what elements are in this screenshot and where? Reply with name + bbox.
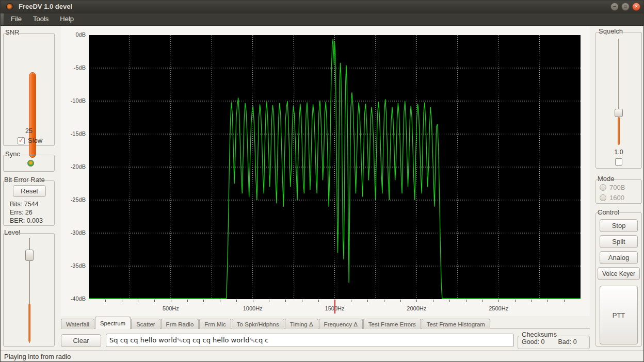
x-tick	[515, 300, 516, 302]
x-axis-label: 2000Hz	[407, 305, 426, 311]
x-axis-label: 1000Hz	[243, 305, 263, 311]
tab-frm-radio[interactable]: Frm Radio	[161, 319, 199, 329]
x-tick	[449, 300, 450, 302]
menu-bar: FileToolsHelp	[0, 13, 644, 26]
x-tick	[122, 300, 122, 302]
snr-value: 25	[4, 127, 54, 135]
squelch-value: 1.0	[596, 149, 641, 156]
x-axis-label: 2500Hz	[489, 305, 508, 311]
x-tick	[318, 300, 319, 302]
spectrum-plot	[89, 35, 581, 299]
ptt-button[interactable]: PTT	[600, 286, 638, 344]
menu-item-help[interactable]: Help	[54, 13, 79, 26]
x-tick	[269, 300, 269, 302]
x-tick	[416, 300, 417, 302]
mode-panel: 700B1600	[595, 179, 642, 204]
y-axis-label: -20dB	[61, 163, 86, 170]
level-panel	[3, 233, 55, 347]
minimize-icon: −	[613, 4, 616, 9]
plot-panel: 0dB-5dB-10dB-15dB-20dB-25dB-30dB-35dB-40…	[61, 26, 590, 316]
analog-button[interactable]: Analog	[600, 251, 638, 264]
tab-test-frame-errors[interactable]: Test Frame Errors	[363, 319, 421, 329]
voice-keyer-button[interactable]: Voice Keyer	[598, 267, 640, 280]
x-tick	[548, 300, 548, 302]
ber-panel: Reset Bits: 7544 Errs: 26 BER: 0.003	[3, 180, 55, 226]
rx-text-input[interactable]	[106, 334, 514, 347]
snr-panel: 25 ✓ Slow	[3, 33, 55, 146]
checkmark-icon: ✓	[19, 137, 24, 144]
ber-value: BER: 0.003	[10, 217, 43, 224]
control-panel: PTT StopSplitAnalogVoice Keyer	[595, 212, 642, 347]
checksum-bad: Bad: 0	[558, 338, 576, 345]
frequency-marker[interactable]	[334, 300, 335, 314]
level-slider-handle[interactable]	[25, 250, 34, 261]
squelch-checkbox[interactable]	[615, 158, 622, 166]
x-tick	[138, 300, 138, 302]
tab-waterfall[interactable]: Waterfall	[61, 319, 94, 329]
tab-frequency[interactable]: Frequency Δ	[319, 319, 363, 329]
tab-to-spkr-hdphns[interactable]: To Spkr/Hdphns	[232, 319, 284, 329]
y-axis-label: -40dB	[61, 295, 86, 302]
x-tick	[532, 300, 532, 302]
snr-gauge	[29, 72, 36, 158]
radio-label-700b: 700B	[609, 184, 625, 191]
menu-items: FileToolsHelp	[5, 13, 79, 26]
spectrum-canvas	[89, 35, 581, 299]
status-bar: Playing into from radio	[0, 350, 644, 362]
bits-value: Bits: 7544	[10, 201, 39, 208]
x-tick	[154, 300, 155, 302]
checksum-good: Good: 0	[522, 338, 544, 345]
radio-label-1600: 1600	[609, 194, 624, 202]
slow-checkbox[interactable]: ✓	[18, 137, 25, 144]
tab-frm-mic[interactable]: Frm Mic	[199, 319, 231, 329]
x-tick	[367, 300, 368, 302]
stop-button[interactable]: Stop	[600, 219, 638, 232]
squelch-panel: 1.0	[595, 32, 642, 169]
clear-button[interactable]: Clear	[61, 334, 101, 347]
maximize-button[interactable]: □	[621, 3, 630, 11]
menu-item-file[interactable]: File	[5, 13, 27, 26]
slow-checkbox-label: Slow	[28, 137, 42, 144]
title-bar: FreeDV 1.0 devel − □ ×	[0, 0, 644, 13]
y-axis-label: -25dB	[61, 196, 86, 203]
split-button[interactable]: Split	[600, 235, 638, 248]
spectrum-trace	[89, 39, 581, 299]
x-tick	[302, 300, 302, 302]
y-axis-label: -15dB	[61, 130, 86, 137]
y-axis-label: -5dB	[61, 64, 86, 71]
x-tick	[236, 300, 237, 302]
app-icon	[6, 3, 13, 10]
tab-spectrum[interactable]: Spectrum	[95, 317, 131, 329]
squelch-slider-fill	[618, 117, 620, 145]
checksums-label: Checksums	[520, 331, 558, 338]
x-tick	[285, 300, 286, 302]
tab-timing[interactable]: Timing Δ	[285, 319, 318, 329]
x-tick	[400, 300, 401, 302]
radio-1600[interactable]	[600, 194, 606, 201]
squelch-slider-handle[interactable]	[615, 109, 623, 117]
close-icon: ×	[635, 4, 638, 9]
window-controls: − □ ×	[610, 3, 640, 11]
radio-700b[interactable]	[600, 184, 606, 191]
x-tick	[171, 300, 171, 302]
x-tick	[351, 300, 351, 302]
y-axis-label: -35dB	[61, 262, 86, 269]
y-axis-label: -30dB	[61, 229, 86, 236]
sync-led-icon	[27, 160, 34, 167]
y-axis-label: -10dB	[61, 97, 86, 104]
minimize-button[interactable]: −	[610, 3, 619, 11]
tab-scatter[interactable]: Scatter	[131, 319, 160, 329]
x-tick	[384, 300, 384, 302]
menu-item-tools[interactable]: Tools	[27, 13, 54, 26]
close-button[interactable]: ×	[632, 3, 640, 11]
tab-strip: WaterfallSpectrumScatterFrm RadioFrm Mic…	[61, 317, 491, 329]
errs-value: Errs: 26	[10, 209, 33, 216]
window-title: FreeDV 1.0 devel	[19, 3, 72, 10]
x-tick	[253, 300, 253, 302]
x-tick	[466, 300, 466, 302]
maximize-icon: □	[624, 4, 627, 9]
reset-button[interactable]: Reset	[13, 185, 46, 197]
tab-test-frame-histogram[interactable]: Test Frame Histogram	[422, 319, 490, 329]
menu-grip	[0, 13, 4, 25]
x-tick	[220, 300, 220, 302]
